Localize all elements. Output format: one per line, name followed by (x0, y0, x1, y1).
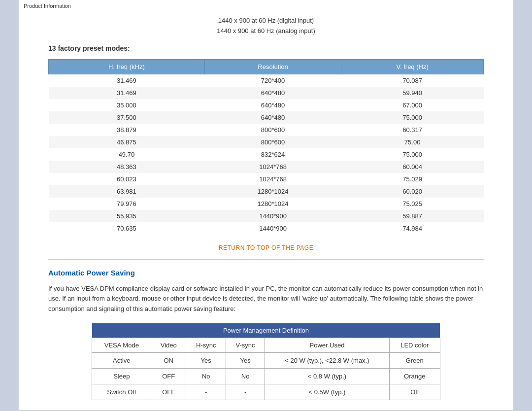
table-row: Yes (186, 352, 226, 368)
table-row: 1280*1024 (204, 185, 341, 198)
table-row: 800*600 (204, 136, 341, 148)
divider (48, 259, 484, 260)
table-row: 59.887 (341, 210, 484, 222)
table-row: < 0.5W (typ.) (265, 384, 390, 400)
freq-table-header-resolution: Resolution (204, 59, 341, 74)
table-row: Off (389, 384, 440, 400)
table-row: No (226, 368, 265, 384)
content-area: 1440 x 900 at 60 Hz (digital input) 1440… (19, 11, 513, 410)
table-row: - (186, 384, 226, 400)
left-sidebar (0, 0, 19, 411)
power-col-header: V-sync (226, 338, 265, 352)
table-row: 75.000 (341, 111, 484, 124)
table-row: 1280*1024 (204, 198, 341, 210)
power-col-header: Power Used (265, 338, 390, 352)
table-row: Green (389, 352, 440, 368)
table-row: 75.025 (341, 198, 484, 210)
table-row: 720*400 (204, 74, 341, 87)
page-wrapper: Product Information 1440 x 900 at 60 Hz … (0, 0, 532, 411)
table-row: 70.635 (49, 222, 205, 235)
digital-line1: 1440 x 900 at 60 Hz (digital input) (48, 16, 484, 26)
table-row: Switch Off (92, 384, 151, 400)
table-row: - (226, 384, 265, 400)
table-row: 640*480 (204, 87, 341, 99)
digital-line2: 1440 x 900 at 60 Hz (analog input) (48, 26, 484, 36)
main-content: Product Information 1440 x 900 at 60 Hz … (19, 0, 513, 411)
table-row: Yes (226, 352, 265, 368)
table-row: 640*480 (204, 99, 341, 111)
table-row: 63.981 (49, 185, 205, 198)
table-row: 75.00 (341, 136, 484, 148)
product-info-label: Product Information (19, 0, 513, 11)
factory-preset-title: 13 factory preset modes: (48, 44, 484, 52)
table-row: 31.469 (49, 74, 205, 87)
table-row: 1024*768 (204, 161, 341, 173)
auto-power-title: Automatic Power Saving (48, 269, 484, 277)
table-row: 74.984 (341, 222, 484, 235)
table-row: 59.940 (341, 87, 484, 99)
table-row: 49.70 (49, 148, 205, 161)
table-row: < 0.8 W (typ.) (265, 368, 390, 384)
power-col-header: Video (151, 338, 186, 352)
table-row: 60.317 (341, 124, 484, 136)
table-row: No (186, 368, 226, 384)
power-col-header: LED color (389, 338, 440, 352)
table-row: 46.875 (49, 136, 205, 148)
power-table-header: Power Management Definition (92, 323, 440, 338)
table-row: 60.020 (341, 185, 484, 198)
power-management-table: Power Management Definition VESA ModeVid… (92, 323, 440, 400)
table-row: 1024*768 (204, 173, 341, 185)
table-row: 70.087 (341, 74, 484, 87)
table-row: 640*480 (204, 111, 341, 124)
table-row: 67.000 (341, 99, 484, 111)
table-row: OFF (151, 384, 186, 400)
table-row: 75.029 (341, 173, 484, 185)
power-table-wrapper: Power Management Definition VESA ModeVid… (92, 323, 440, 400)
freq-table-header-vfreq: V. freq (Hz) (341, 59, 484, 74)
frequency-table: H. freq (kHz) Resolution V. freq (Hz) 31… (48, 59, 484, 235)
table-row: 31.469 (49, 87, 205, 99)
table-row: < 20 W (typ.), <22.8 W (max.) (265, 352, 390, 368)
table-row: 48.363 (49, 161, 205, 173)
description-text: If you have VESA DPM compliance display … (48, 284, 484, 314)
table-row: Active (92, 352, 151, 368)
table-row: 60.004 (341, 161, 484, 173)
table-row: 37.500 (49, 111, 205, 124)
table-row: Orange (389, 368, 440, 384)
table-row: 55.935 (49, 210, 205, 222)
table-row: OFF (151, 368, 186, 384)
table-row: 38.879 (49, 124, 205, 136)
table-row: 800*600 (204, 124, 341, 136)
power-col-header: H-sync (186, 338, 226, 352)
right-sidebar (513, 0, 532, 411)
table-row: 79.976 (49, 198, 205, 210)
resolution-lines: 1440 x 900 at 60 Hz (digital input) 1440… (48, 16, 484, 36)
table-row: ON (151, 352, 186, 368)
freq-table-header-hfreq: H. freq (kHz) (49, 59, 205, 74)
table-row: 1440*900 (204, 210, 341, 222)
table-row: 1440*900 (204, 222, 341, 235)
table-row: 75.000 (341, 148, 484, 161)
table-row: 35.000 (49, 99, 205, 111)
table-row: Sleep (92, 368, 151, 384)
power-col-header: VESA Mode (92, 338, 151, 352)
return-to-top-link[interactable]: RETURN TO TOP OF THE PAGE (48, 244, 484, 251)
table-row: 832*624 (204, 148, 341, 161)
table-row: 60.023 (49, 173, 205, 185)
